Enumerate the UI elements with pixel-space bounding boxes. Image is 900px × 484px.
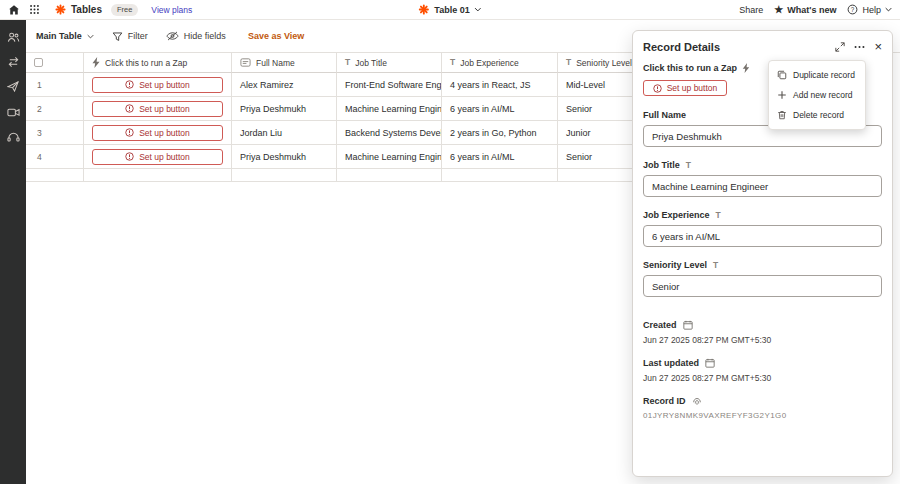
- expand-record-icon[interactable]: [835, 42, 845, 52]
- field-job-title: Job Title T: [643, 160, 882, 197]
- field-seniority-level: Seniority Level T: [643, 260, 882, 297]
- app-title: Tables: [71, 4, 102, 15]
- cell-job-title[interactable]: Front-End Software Engineer: [337, 73, 442, 97]
- cell-full-name[interactable]: Jordan Liu: [232, 121, 337, 145]
- contacts-icon[interactable]: [7, 31, 20, 43]
- plus-icon: [777, 90, 787, 100]
- help-circle-icon: ?: [847, 4, 858, 15]
- zap-cell: Set up button: [84, 97, 232, 121]
- created-value: Jun 27 2025 08:27 PM GMT+5:30: [643, 335, 882, 345]
- transfer-icon[interactable]: [7, 56, 20, 68]
- save-as-view-button[interactable]: Save as View: [248, 31, 304, 41]
- filter-button[interactable]: Filter: [112, 31, 148, 42]
- zapier-logo-icon: [418, 4, 429, 15]
- select-all-cell: [26, 53, 84, 73]
- help-menu[interactable]: ? Help: [847, 4, 892, 15]
- record-context-menu: Duplicate record Add new record Delete r…: [768, 60, 866, 130]
- fingerprint-icon: [692, 396, 702, 406]
- record-id-label: Record ID: [643, 396, 686, 406]
- plan-badge: Free: [111, 4, 138, 16]
- panel-zap-label: Click this to run a Zap: [643, 63, 737, 73]
- left-sidebar: [0, 20, 26, 484]
- trash-icon: [777, 110, 787, 120]
- field-icon: [240, 57, 251, 68]
- seniority-level-input[interactable]: [643, 275, 882, 297]
- job-title-input[interactable]: [643, 175, 882, 197]
- warning-circle-icon: [125, 152, 134, 161]
- zap-cell: Set up button: [84, 121, 232, 145]
- zap-icon: [92, 57, 100, 68]
- panel-set-up-button[interactable]: Set up button: [643, 80, 727, 96]
- set-up-button[interactable]: Set up button: [92, 149, 223, 165]
- warning-circle-icon: [125, 128, 134, 137]
- svg-text:?: ?: [851, 6, 855, 13]
- set-up-button[interactable]: Set up button: [92, 125, 223, 141]
- warning-circle-icon: [125, 80, 134, 89]
- column-header-job-title[interactable]: T Job Title: [337, 53, 442, 73]
- more-options-icon[interactable]: [854, 45, 865, 49]
- home-icon[interactable]: [8, 4, 20, 16]
- run-zap-icon: [742, 63, 750, 73]
- last-updated-value: Jun 27 2025 08:27 PM GMT+5:30: [643, 373, 882, 383]
- support-icon[interactable]: [7, 131, 20, 143]
- apps-grid-icon[interactable]: [29, 4, 40, 15]
- zap-cell: Set up button: [84, 73, 232, 97]
- created-label: Created: [643, 320, 677, 330]
- warning-circle-icon: [653, 84, 662, 93]
- last-updated-label: Last updated: [643, 358, 699, 368]
- text-type-icon: T: [713, 261, 718, 270]
- menu-item-duplicate-record[interactable]: Duplicate record: [769, 65, 865, 85]
- set-up-button[interactable]: Set up button: [92, 77, 223, 93]
- cell-job-experience[interactable]: 2 years in Go, Python: [442, 121, 558, 145]
- menu-item-delete-record[interactable]: Delete record: [769, 105, 865, 125]
- text-type-icon: T: [716, 211, 721, 220]
- hide-fields-button[interactable]: Hide fields: [166, 31, 226, 41]
- column-header-job-experience[interactable]: T Job Experience: [442, 53, 558, 73]
- zapier-logo-icon: [55, 4, 66, 15]
- close-icon[interactable]: ×: [874, 41, 882, 53]
- column-header-zap[interactable]: Click this to run a Zap: [84, 53, 232, 73]
- cell-job-title[interactable]: Machine Learning Engineer: [337, 97, 442, 121]
- row-handle[interactable]: 2: [26, 97, 84, 121]
- share-button[interactable]: Share: [739, 5, 763, 15]
- view-plans-link[interactable]: View plans: [151, 5, 192, 15]
- row-handle[interactable]: 4: [26, 145, 84, 169]
- text-type-icon: T: [345, 58, 350, 67]
- chevron-down-icon: [475, 7, 482, 12]
- cell-job-experience[interactable]: 6 years in AI/ML: [442, 145, 558, 169]
- cell-job-title[interactable]: Backend Systems Developer: [337, 121, 442, 145]
- row-handle[interactable]: 1: [26, 73, 84, 97]
- text-type-icon: T: [686, 161, 691, 170]
- warning-circle-icon: [125, 104, 134, 113]
- table-switcher[interactable]: Table 01: [418, 4, 481, 15]
- cell-full-name[interactable]: Priya Deshmukh: [232, 145, 337, 169]
- cell-job-title[interactable]: Machine Learning Engineer: [337, 145, 442, 169]
- menu-item-add-new-record[interactable]: Add new record: [769, 85, 865, 105]
- star-icon: ★: [774, 5, 783, 15]
- record-id-value: 01JYRY8NMK9VAXREFYF3G2Y1G0: [643, 411, 882, 420]
- cell-job-experience[interactable]: 6 years in AI/ML: [442, 97, 558, 121]
- text-type-icon: T: [450, 58, 455, 67]
- select-all-checkbox[interactable]: [34, 58, 43, 67]
- cell-full-name[interactable]: Priya Deshmukh: [232, 97, 337, 121]
- field-job-experience: Job Experience T: [643, 210, 882, 247]
- whats-new-button[interactable]: ★ What's new: [774, 5, 836, 15]
- cell-job-experience[interactable]: 4 years in React, JS: [442, 73, 558, 97]
- set-up-button[interactable]: Set up button: [92, 101, 223, 117]
- calendar-icon: [705, 358, 715, 368]
- text-type-icon: T: [566, 58, 571, 67]
- brand[interactable]: Tables: [55, 4, 102, 15]
- duplicate-icon: [777, 70, 787, 80]
- table-name: Table 01: [434, 5, 469, 15]
- cell-full-name[interactable]: Alex Ramirez: [232, 73, 337, 97]
- panel-title: Record Details: [643, 41, 720, 53]
- send-icon[interactable]: [7, 81, 20, 93]
- eye-off-icon: [166, 31, 179, 41]
- table-view-selector[interactable]: Main Table: [36, 31, 94, 41]
- job-experience-input[interactable]: [643, 225, 882, 247]
- video-icon[interactable]: [7, 106, 20, 118]
- row-handle[interactable]: 3: [26, 121, 84, 145]
- topbar: Tables Free View plans Table 01 Share ★ …: [0, 0, 900, 20]
- calendar-icon: [683, 320, 693, 330]
- column-header-full-name[interactable]: Full Name: [232, 53, 337, 73]
